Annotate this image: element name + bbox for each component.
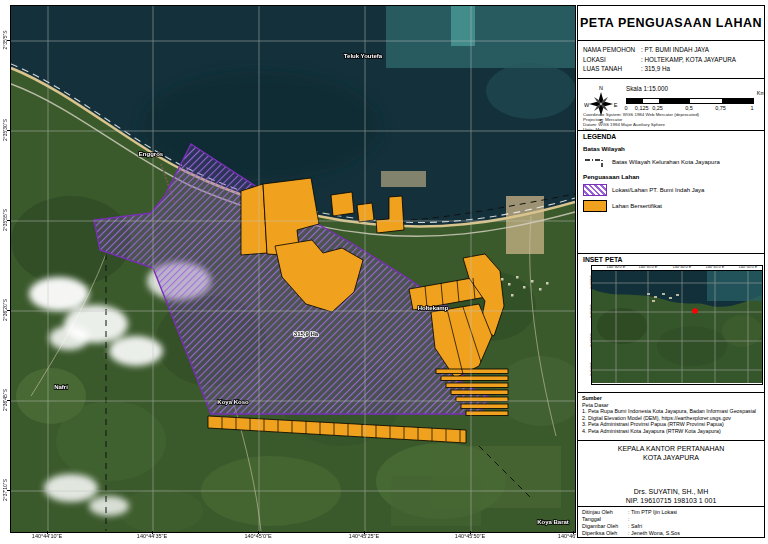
legend-block: LEGENDA Batas Wilayah Batas Wilayah Kelu… xyxy=(578,131,764,254)
lon-label: 140°45'0"E xyxy=(228,533,288,539)
orange-swatch-icon xyxy=(583,200,607,212)
scale-tick-labels: 0 0,125 0,25 0,5 0,75 1 xyxy=(626,104,752,112)
sand-patch xyxy=(381,171,426,187)
crs-metadata: Coordinate System: WGS 1984 Web Mercator… xyxy=(583,113,699,131)
label-teluk-youtefa: Teluk Youtefa xyxy=(344,53,383,59)
info-row: LOKASI : HOLTEKAMP, KOTA JAYAPURA xyxy=(583,55,759,65)
compass-n: N xyxy=(599,85,603,91)
office-title-line1: KEPALA KANTOR PERTANAHAN xyxy=(578,445,764,454)
lat-label-text: 2°36'20"S xyxy=(2,299,8,321)
sources-header: Sumber xyxy=(582,395,760,402)
page-title: PETA PENGUASAAN LAHAN xyxy=(580,16,762,30)
sources-block: Sumber Peta Dasar 1. Peta Rupa Bumi Indo… xyxy=(578,393,764,441)
legend-item-sertifikat: Lahan Bersertifikat xyxy=(583,200,759,212)
label-holtekamp: Holtekamp xyxy=(418,305,449,311)
cleared-sand-area xyxy=(506,196,544,254)
deep-bay xyxy=(141,71,381,181)
scale-tick: 0,5 xyxy=(685,105,693,111)
inset-lon-label: 140°45'0"E xyxy=(706,265,725,269)
main-map-canvas: Teluk Youtefa Enggros Nafri Koya Koso Ho… xyxy=(10,5,576,533)
lat-label-text: 2°36'45"S xyxy=(2,389,8,411)
footer-label: Tanggal xyxy=(582,516,628,523)
office-title-line2: KOTA JAYAPURA xyxy=(578,454,764,463)
inset-header: INSET PETA xyxy=(583,256,759,263)
legend-header: LEGENDA xyxy=(583,133,759,140)
lat-label: 2°35'5"S xyxy=(0,18,12,62)
inset-map: 140°30'0"E 140°35'0"E 140°40'0"E 140°45'… xyxy=(591,265,763,385)
legend-batas-header: Batas Wilayah xyxy=(583,145,759,152)
lat-label-text: 2°35'30"S xyxy=(2,119,8,141)
lat-label-text: 2°37'10"S xyxy=(2,479,8,501)
inset-lon-label: 140°40'0"E xyxy=(673,265,692,269)
title-block: PETA PENGUASAAN LAHAN xyxy=(578,6,764,41)
sources-subheader: Peta Dasar xyxy=(582,402,760,409)
scale-segment xyxy=(627,99,643,103)
scale-segment xyxy=(690,99,722,103)
legend-penguasaan-header: Penguasaan Lahan xyxy=(583,173,759,180)
info-row: NAMA PEMOHON : PT. BUMI INDAH JAYA xyxy=(583,45,759,55)
inset-lon-label: 140°30'0"E xyxy=(607,265,626,269)
legend-item-batas: Batas Wilayah Kelurahan Kota Jayapura xyxy=(583,156,759,168)
footer-row: Ditinjau Oleh : Tim PTP Ijin Lokasi xyxy=(582,509,760,516)
lon-label: 140°44'35"E xyxy=(122,533,182,539)
footer-label: Diperiksa Oleh xyxy=(582,530,628,537)
signatory-name: Drs. SUYATIN, SH., MH xyxy=(578,488,764,497)
label-area-size: 315,9 Ha xyxy=(294,331,319,337)
scale-tick: 0,75 xyxy=(715,105,726,111)
info-label: LUAS TANAH xyxy=(583,64,641,74)
lat-label-text: 2°35'55"S xyxy=(2,209,8,231)
label-koya-koso: Koya Koso xyxy=(217,399,249,405)
scale-tick: 1 xyxy=(750,105,753,111)
info-value: : PT. BUMI INDAH JAYA xyxy=(641,45,709,55)
footer-value: : xyxy=(628,516,630,523)
map-layout-panel: PETA PENGUASAAN LAHAN NAMA PEMOHON : PT.… xyxy=(577,5,765,538)
scale-segment xyxy=(722,99,754,103)
legend-item-lokasi: Lokasi/Lahan PT. Bumi Indah Jaya xyxy=(583,184,759,196)
footer-value: : Safri xyxy=(628,523,642,530)
info-value: : 315,9 Ha xyxy=(641,64,670,74)
footer-value: : Tim PTP Ijin Lokasi xyxy=(628,509,677,516)
lat-label-text: 2°35'5"S xyxy=(2,30,8,49)
legend-item-label: Lokasi/Lahan PT. Bumi Indah Jaya xyxy=(612,187,704,193)
scale-tick: 0,25 xyxy=(652,105,663,111)
scale-segment xyxy=(643,99,659,103)
label-koya-barat: Koya Barat xyxy=(537,519,569,525)
inset-map-canvas xyxy=(592,270,762,384)
legend-item-label: Batas Wilayah Kelurahan Kota Jayapura xyxy=(612,159,720,165)
label-nafri: Nafri xyxy=(54,384,68,390)
scale-tick: 0,125 xyxy=(635,105,649,111)
scale-bar-area: Skala 1:15.000 Km 0 0,125 0,25 0,5 0,75 … xyxy=(626,85,760,112)
shallow-water-patch xyxy=(386,6,575,68)
scale-unit: Km xyxy=(757,90,764,96)
source-line: 1. Peta Rupa Bumi Indonesia Kota Jayapur… xyxy=(582,408,760,415)
purple-hatch-swatch-icon xyxy=(583,184,607,196)
compass-w: W xyxy=(584,102,590,108)
footer-value: : Jeneth Wona, S.Sos xyxy=(628,530,680,537)
map-document-page: Teluk Youtefa Enggros Nafri Koya Koso Ho… xyxy=(0,0,768,544)
lon-label: 140°45'50"E xyxy=(440,533,500,539)
shallow-water-patch-2 xyxy=(486,63,575,119)
lon-label: 140°44'10"E xyxy=(17,533,77,539)
scale-tick: 0 xyxy=(624,105,627,111)
lat-label: 2°36'20"S xyxy=(0,288,12,332)
footer-block: Ditinjau Oleh : Tim PTP Ijin Lokasi Tang… xyxy=(578,507,764,539)
footer-row: Tanggal : xyxy=(582,516,760,523)
scale-block: N S W E Skala 1:15.000 Km 0 xyxy=(578,79,764,131)
lat-label: 2°35'30"S xyxy=(0,108,12,152)
lat-label: 2°36'45"S xyxy=(0,378,12,422)
footer-row: Digambar Oleh : Safri xyxy=(582,523,760,530)
location-marker-icon xyxy=(692,308,698,314)
scale-segment xyxy=(659,99,691,103)
info-block: NAMA PEMOHON : PT. BUMI INDAH JAYA LOKAS… xyxy=(578,41,764,79)
lat-label: 2°37'10"S xyxy=(0,468,12,512)
info-row: LUAS TANAH : 315,9 Ha xyxy=(583,64,759,74)
info-value: : HOLTEKAMP, KOTA JAYAPURA xyxy=(641,55,736,65)
source-line: 4. Peta Administrasi Kota Jayapura (RTRW… xyxy=(582,428,760,435)
lon-label: 140°45'25"E xyxy=(334,533,394,539)
label-enggros: Enggros xyxy=(139,151,164,157)
inset-block: INSET PETA 140°30'0"E 140°35'0"E 140°40'… xyxy=(578,254,764,393)
lat-label: 2°35'55"S xyxy=(0,198,12,242)
signature-block: KEPALA KANTOR PERTANAHAN KOTA JAYAPURA D… xyxy=(578,441,764,507)
footer-label: Ditinjau Oleh xyxy=(582,509,628,516)
footer-label: Digambar Oleh xyxy=(582,523,628,530)
